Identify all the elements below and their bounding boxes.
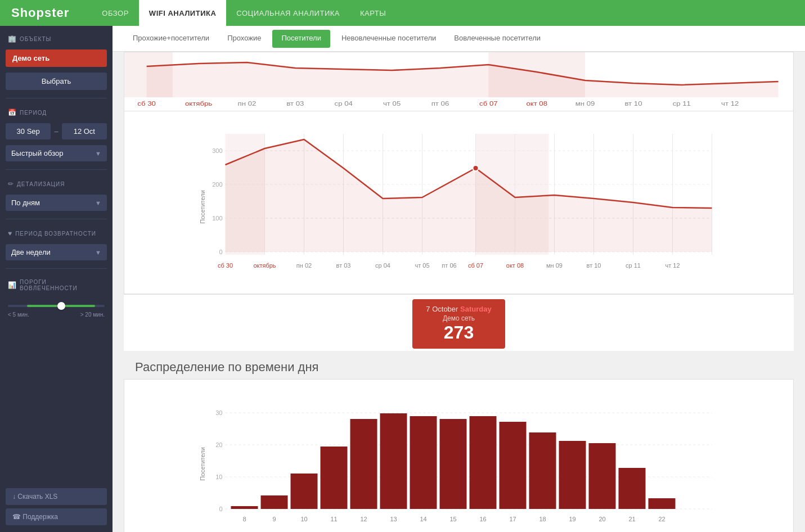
svg-text:чт 05: чт 05 bbox=[415, 262, 429, 269]
pencil-icon: ✏ bbox=[8, 180, 14, 188]
svg-text:8: 8 bbox=[242, 516, 246, 522]
svg-text:ср 11: ср 11 bbox=[626, 262, 641, 269]
app-logo: Shopster bbox=[11, 6, 69, 20]
svg-text:30: 30 bbox=[215, 409, 222, 416]
svg-rect-64 bbox=[261, 495, 288, 509]
svg-text:сб 30: сб 30 bbox=[137, 101, 156, 107]
objects-section-title: 🏢 ОБЪЕКТЫ bbox=[6, 33, 107, 44]
svg-text:19: 19 bbox=[569, 516, 575, 522]
svg-text:вт 10: вт 10 bbox=[624, 101, 642, 107]
svg-rect-71 bbox=[470, 416, 497, 509]
svg-text:200: 200 bbox=[212, 181, 222, 188]
svg-text:чт 12: чт 12 bbox=[721, 101, 739, 107]
svg-text:Посетители: Посетители bbox=[199, 447, 206, 481]
svg-text:18: 18 bbox=[539, 516, 546, 522]
tab-all[interactable]: Прохожие+посетители bbox=[124, 26, 218, 52]
svg-text:13: 13 bbox=[390, 516, 397, 522]
divider-2 bbox=[6, 169, 107, 170]
download-xls-button[interactable]: ↓ Скачать XLS bbox=[6, 488, 107, 505]
svg-text:ср 04: ср 04 bbox=[375, 262, 390, 269]
svg-marker-39 bbox=[226, 139, 712, 252]
nav-social[interactable]: СОЦИАЛЬНАЯ АНАЛИТИКА bbox=[226, 0, 350, 26]
sidebar-bottom: ↓ Скачать XLS ☎ Поддержка bbox=[6, 488, 107, 525]
return-section-title: ♥ ПЕРИОД ВОЗВРАТНОСТИ bbox=[6, 227, 107, 238]
svg-rect-76 bbox=[619, 468, 646, 509]
divider-1 bbox=[6, 98, 107, 98]
svg-text:мн 09: мн 09 bbox=[546, 262, 563, 269]
svg-text:12: 12 bbox=[360, 516, 367, 522]
svg-text:сб 07: сб 07 bbox=[468, 262, 483, 269]
svg-text:15: 15 bbox=[449, 516, 456, 522]
svg-text:20: 20 bbox=[215, 441, 222, 448]
slider-track[interactable] bbox=[8, 305, 105, 307]
svg-text:сб 30: сб 30 bbox=[218, 262, 233, 269]
nav-wifi[interactable]: WIFI АНАЛИТИКА bbox=[139, 0, 226, 26]
top-navigation: Shopster ОБЗОР WIFI АНАЛИТИКА СОЦИАЛЬНАЯ… bbox=[0, 0, 805, 26]
section-heading: Распределение по времени дня bbox=[124, 351, 794, 379]
svg-rect-73 bbox=[529, 432, 556, 509]
bar-chart-svg: Посетители 0 10 20 30 bbox=[124, 380, 793, 532]
return-dropdown[interactable]: Две недели ▼ bbox=[6, 244, 107, 260]
chevron-down-icon-2: ▼ bbox=[95, 200, 101, 206]
svg-text:окт 08: окт 08 bbox=[506, 262, 524, 269]
tab-active[interactable]: Вовлеченные посетители bbox=[445, 26, 550, 52]
svg-text:окт 08: окт 08 bbox=[526, 101, 547, 107]
nav-obzor[interactable]: ОБЗОР bbox=[92, 0, 139, 26]
svg-rect-66 bbox=[321, 447, 348, 509]
active-network[interactable]: Демо сеть bbox=[6, 49, 107, 67]
svg-text:Посетители: Посетители bbox=[199, 190, 206, 224]
svg-rect-74 bbox=[559, 441, 586, 509]
engage-slider: < 5 мин. > 20 мин. bbox=[6, 298, 107, 320]
svg-text:октябрь: октябрь bbox=[185, 101, 212, 107]
svg-text:0: 0 bbox=[219, 506, 222, 512]
svg-text:14: 14 bbox=[420, 516, 426, 522]
svg-text:пн 02: пн 02 bbox=[238, 101, 257, 107]
svg-text:16: 16 bbox=[479, 516, 486, 522]
svg-text:22: 22 bbox=[658, 516, 665, 522]
main-chart-svg: Посетители 0 100 200 300 bbox=[124, 117, 793, 291]
svg-text:21: 21 bbox=[628, 516, 635, 522]
svg-text:0: 0 bbox=[219, 249, 222, 255]
svg-rect-68 bbox=[380, 413, 407, 509]
tooltip-area: 7 October Saturday Демо сеть 273 bbox=[124, 294, 794, 351]
slider-thumb[interactable] bbox=[57, 302, 65, 310]
chevron-down-icon-3: ▼ bbox=[95, 249, 101, 256]
svg-text:9: 9 bbox=[272, 516, 276, 522]
svg-text:октябрь: октябрь bbox=[253, 262, 276, 269]
date-from[interactable]: 30 Sep bbox=[6, 123, 51, 139]
overview-line-chart: сб 30 октябрь пн 02 вт 03 ср 04 чт 05 пт… bbox=[124, 52, 794, 111]
sidebar: 🏢 ОБЪЕКТЫ Демо сеть Выбрать 📅 ПЕРИОД 30 … bbox=[0, 26, 113, 532]
building-icon: 🏢 bbox=[8, 35, 17, 43]
tooltip-box: 7 October Saturday Демо сеть 273 bbox=[412, 299, 505, 349]
svg-rect-77 bbox=[649, 498, 676, 509]
tab-inactive[interactable]: Невовлеченные посетители bbox=[332, 26, 445, 52]
svg-text:20: 20 bbox=[599, 516, 605, 522]
svg-rect-67 bbox=[350, 419, 377, 509]
svg-rect-69 bbox=[410, 416, 437, 509]
svg-rect-65 bbox=[291, 474, 318, 509]
calendar-icon: 📅 bbox=[8, 109, 17, 116]
tooltip-date: 7 October Saturday bbox=[426, 305, 491, 313]
support-button[interactable]: ☎ Поддержка bbox=[6, 508, 107, 525]
svg-text:чт 05: чт 05 bbox=[383, 101, 401, 107]
detail-dropdown[interactable]: По дням ▼ bbox=[6, 195, 107, 211]
tab-passersby[interactable]: Прохожие bbox=[218, 26, 270, 52]
charts-area: сб 30 октябрь пн 02 вт 03 ср 04 чт 05 пт… bbox=[113, 52, 805, 532]
date-to[interactable]: 12 Oct bbox=[62, 123, 107, 139]
date-range: 30 Sep – 12 Oct bbox=[6, 123, 107, 139]
divider-3 bbox=[6, 219, 107, 219]
main-line-chart: Посетители 0 100 200 300 bbox=[124, 111, 794, 294]
svg-text:мн 09: мн 09 bbox=[575, 101, 595, 107]
quick-view-dropdown[interactable]: Быстрый обзор ▼ bbox=[6, 145, 107, 161]
tooltip-day: Saturday bbox=[460, 305, 492, 313]
svg-text:пт 06: пт 06 bbox=[442, 262, 456, 269]
svg-marker-2 bbox=[147, 62, 779, 97]
svg-text:ср 11: ср 11 bbox=[673, 101, 691, 107]
chart-icon: 📊 bbox=[8, 281, 17, 289]
nav-maps[interactable]: КАРТЫ bbox=[350, 0, 396, 26]
tab-visitors[interactable]: Посетители bbox=[272, 30, 330, 48]
select-button[interactable]: Выбрать bbox=[6, 73, 107, 90]
svg-text:ср 04: ср 04 bbox=[335, 101, 353, 107]
svg-text:пт 06: пт 06 bbox=[431, 101, 449, 107]
slider-labels: < 5 мин. > 20 мин. bbox=[8, 312, 105, 318]
